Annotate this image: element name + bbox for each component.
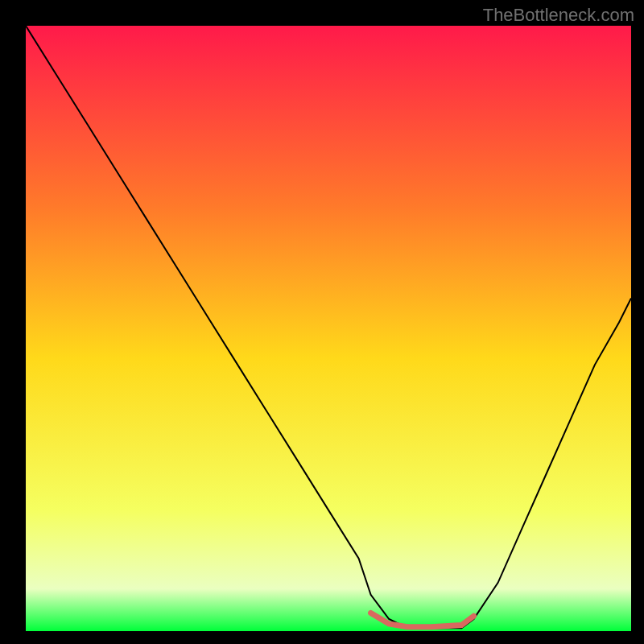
plot-svg [26,26,631,631]
plot-area [26,26,631,631]
watermark-text: TheBottleneck.com [483,5,634,26]
chart-frame: TheBottleneck.com [0,0,644,644]
gradient-background [26,26,631,631]
